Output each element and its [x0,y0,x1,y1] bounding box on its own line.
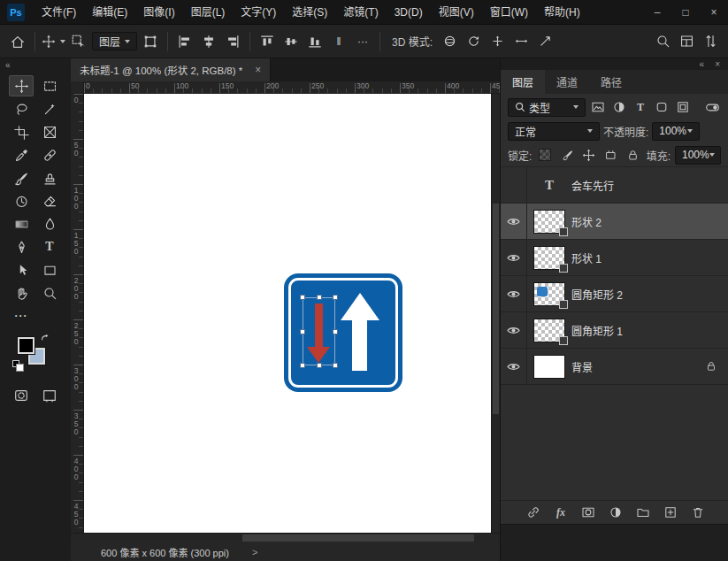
auto-select-icon[interactable] [68,31,89,52]
layer-thumbnail[interactable] [533,210,565,234]
transform-handle[interactable] [333,363,338,368]
horizontal-scroll-thumb[interactable] [242,534,474,542]
layer-thumbnail[interactable] [533,319,565,342]
link-layers-icon[interactable] [525,503,542,521]
status-menu-chevron[interactable]: > [252,547,257,557]
3d-slide-icon[interactable] [510,31,532,52]
menu-window[interactable]: 窗口(W) [482,0,536,25]
move-tool-preset-icon[interactable] [42,31,65,52]
rectangular-marquee-tool[interactable] [37,75,62,96]
quick-mask-icon[interactable] [9,385,34,406]
pen-tool[interactable] [9,236,34,257]
maximize-button[interactable]: □ [671,0,700,25]
edit-toolbar-icon[interactable]: ··· [9,305,34,327]
menu-layer[interactable]: 图层(L) [183,0,234,25]
blur-tool[interactable] [37,213,62,234]
canvas[interactable] [84,94,491,533]
rectangle-tool[interactable] [37,259,62,280]
layer-style-icon[interactable]: fx [552,503,570,521]
layer-thumbnail[interactable] [533,282,565,306]
arrange-panels-icon[interactable] [700,31,721,52]
3d-orbit-icon[interactable] [439,31,460,52]
brush-tool[interactable] [9,167,34,188]
menu-edit[interactable]: 编辑(E) [84,0,135,25]
visibility-toggle[interactable] [501,276,527,311]
clone-stamp-tool[interactable] [37,167,62,188]
vertical-scrollbar[interactable] [491,94,500,533]
layer-row[interactable]: 背景 [501,349,728,385]
fill-combo[interactable]: 100% [675,146,721,165]
align-right-icon[interactable] [222,31,243,52]
vertical-ruler[interactable]: 0 50 100 150 200 250 300 350 400 450 [71,94,84,533]
visibility-toggle[interactable] [501,204,527,239]
align-left-icon[interactable] [174,31,195,52]
horizontal-ruler[interactable]: 0 50 100 150 200 250 300 350 400 450 [84,81,500,94]
hand-tool[interactable] [9,282,34,304]
transform-handle[interactable] [317,363,322,368]
filter-toggle-icon[interactable] [703,98,721,116]
visibility-toggle[interactable] [501,240,527,275]
horizontal-scrollbar[interactable] [71,533,500,542]
menu-select[interactable]: 选择(S) [284,0,335,25]
visibility-toggle[interactable] [501,349,527,384]
filter-shape-layers-icon[interactable] [653,98,671,116]
3d-pan-icon[interactable] [487,31,508,52]
home-icon[interactable] [7,31,28,52]
close-button[interactable]: × [700,0,728,25]
swap-colors-icon[interactable] [40,334,50,344]
close-panel-icon[interactable]: × [715,59,720,69]
crop-tool[interactable] [9,121,34,142]
lock-pixels-icon[interactable] [558,146,576,164]
filter-pixel-layers-icon[interactable] [589,98,607,116]
lock-position-icon[interactable] [580,146,598,164]
filter-type-layers-icon[interactable]: T [632,98,649,116]
minimize-button[interactable]: – [643,0,671,25]
text-layer-thumbnail[interactable]: T [545,178,554,193]
menu-type[interactable]: 文字(Y) [233,0,284,25]
menu-view[interactable]: 视图(V) [431,0,482,25]
eyedropper-tool[interactable] [9,144,34,165]
transform-handle[interactable] [300,363,305,368]
tab-channels[interactable]: 通道 [545,70,589,94]
gradient-tool[interactable] [9,213,34,234]
show-transform-controls-icon[interactable] [140,31,161,52]
visibility-toggle[interactable] [501,312,527,348]
lasso-tool[interactable] [9,98,34,119]
transform-handle[interactable] [333,295,338,300]
menu-help[interactable]: 帮助(H) [536,0,588,25]
distribute-bottom-icon[interactable] [304,31,326,52]
menu-file[interactable]: 文件(F) [34,0,84,25]
close-tab-icon[interactable]: × [255,64,261,76]
screen-mode-icon[interactable] [37,385,62,406]
new-layer-icon[interactable] [662,503,679,521]
workspace-icon[interactable] [676,31,697,52]
align-center-icon[interactable] [198,31,219,52]
blend-mode-combo[interactable]: 正常 [508,122,600,141]
3d-roll-icon[interactable] [463,31,484,52]
tab-layers[interactable]: 图层 [501,70,545,94]
layer-thumbnail[interactable] [533,246,565,270]
zoom-tool[interactable] [37,282,62,304]
history-brush-tool[interactable] [9,190,34,211]
transform-selection-box[interactable] [303,297,335,365]
collapse-toolbar-icon[interactable]: « [5,60,11,70]
vertical-scroll-thumb[interactable] [493,204,499,414]
path-selection-tool[interactable] [9,259,34,280]
filter-smart-objects-icon[interactable] [674,98,692,116]
more-options-icon[interactable]: ··· [352,31,373,52]
lock-all-icon[interactable] [625,146,642,164]
document-tab[interactable]: 未标题-1 @ 100% (形状 2, RGB/8) * × [71,58,271,81]
collapse-panels-icon[interactable]: « [700,59,705,69]
transform-handle[interactable] [300,295,305,300]
auto-select-target-combo[interactable]: 图层 [92,32,137,50]
menu-image[interactable]: 图像(I) [135,0,182,25]
layer-row[interactable]: 形状 2 [501,204,728,240]
move-tool[interactable] [9,75,34,96]
healing-brush-tool[interactable] [37,144,62,165]
transform-handle[interactable] [300,329,305,334]
foreground-color-swatch[interactable] [18,337,34,354]
distribute-top-icon[interactable] [257,31,278,52]
tab-paths[interactable]: 路径 [589,70,633,94]
3d-scale-icon[interactable] [534,31,556,52]
object-selection-tool[interactable] [37,98,62,119]
